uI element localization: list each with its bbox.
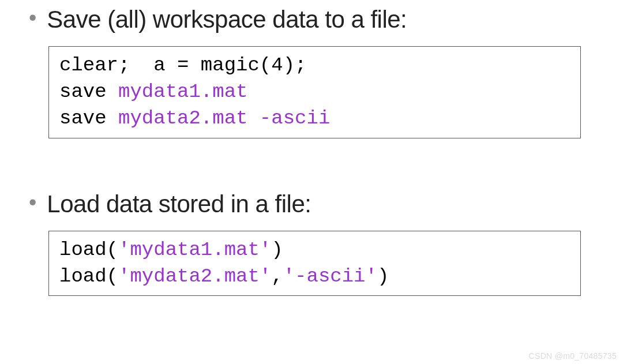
bullet-dot-icon: • <box>29 7 36 29</box>
code-filename: mydata1.mat <box>118 81 247 103</box>
code-text: , <box>271 265 283 287</box>
code-text: ) <box>377 265 389 287</box>
code-keyword: save <box>59 107 118 129</box>
code-text: clear; a = magic(4); <box>59 54 306 76</box>
section-save: • Save (all) workspace data to a file: c… <box>29 0 598 138</box>
code-text: load( <box>59 265 118 287</box>
code-block-save: clear; a = magic(4); save mydata1.mat sa… <box>48 46 581 138</box>
heading-save: Save (all) workspace data to a file: <box>47 6 407 33</box>
bullet-dot-icon: • <box>29 192 36 213</box>
code-string: 'mydata1.mat' <box>118 239 271 261</box>
code-block-load: load('mydata1.mat') load('mydata2.mat','… <box>48 231 581 297</box>
bullet-item-save: • Save (all) workspace data to a file: <box>29 6 598 33</box>
code-text: load( <box>59 239 118 261</box>
code-text: ) <box>271 239 283 261</box>
watermark: CSDN @m0_70485735 <box>529 351 617 361</box>
code-string: 'mydata2.mat' <box>118 265 271 287</box>
section-load: • Load data stored in a file: load('myda… <box>29 190 598 297</box>
code-string: '-ascii' <box>283 265 377 287</box>
heading-load: Load data stored in a file: <box>47 190 311 218</box>
code-filename: mydata2.mat -ascii <box>118 107 330 129</box>
bullet-item-load: • Load data stored in a file: <box>29 190 598 218</box>
code-keyword: save <box>59 81 118 103</box>
